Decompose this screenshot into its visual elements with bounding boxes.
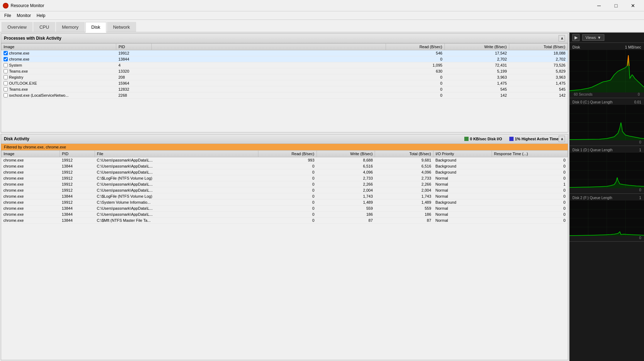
da-file: C:\Users\passmark\AppData\L... (95, 205, 258, 211)
proc-image: svchost.exe (LocalServiceNetwo... (9, 93, 69, 97)
minimize-button[interactable]: ─ (591, 0, 607, 11)
da-total: 1,743 (375, 193, 433, 199)
da-total: 186 (375, 211, 433, 218)
col-read[interactable]: Read (B/sec) (386, 44, 444, 50)
col-image[interactable]: Image (1, 44, 116, 50)
disk-activity-row[interactable]: chrome.exe 19912 C:\Users\passmark\AppDa… (1, 157, 568, 163)
proc-checkbox[interactable] (4, 51, 8, 55)
process-row[interactable]: Teams.exe 13320 630 5,199 5,829 (1, 68, 568, 74)
processes-collapse-btn[interactable]: ∧ (559, 35, 565, 41)
proc-checkbox[interactable] (4, 93, 8, 97)
da-col-read[interactable]: Read (B/sec) (258, 151, 317, 157)
da-col-total[interactable]: Total (B/sec) (375, 151, 433, 157)
menu-help[interactable]: Help (34, 12, 48, 19)
proc-write: 2,702 (444, 56, 509, 62)
processes-table-container[interactable]: Image PID Read (B/sec) Write (B/sec) Tot… (1, 43, 568, 132)
tab-disk[interactable]: Disk (85, 22, 106, 33)
proc-read: 0 (386, 86, 444, 92)
stat-io-dot (464, 137, 469, 141)
proc-image: System (9, 63, 22, 67)
proc-image-cell: Teams.exe (1, 68, 116, 74)
col-total[interactable]: Total (B/sec) (509, 44, 567, 50)
tab-cpu[interactable]: CPU (33, 22, 55, 32)
da-col-write[interactable]: Write (B/sec) (317, 151, 375, 157)
process-row[interactable]: chrome.exe 13844 0 2,702 2,702 (1, 56, 568, 62)
da-col-priority[interactable]: I/O Priority (433, 151, 492, 157)
da-pid: 19912 (60, 169, 95, 175)
da-col-file[interactable]: File (95, 151, 258, 157)
process-row[interactable]: Registry 208 0 3,963 3,963 (1, 74, 568, 80)
proc-checkbox[interactable] (4, 69, 8, 73)
disk-activity-row[interactable]: chrome.exe 19912 C:\System Volume Inform… (1, 199, 568, 205)
disk-activity-row[interactable]: chrome.exe 13844 C:\Users\passmark\AppDa… (1, 163, 568, 169)
da-priority: Background (433, 163, 492, 169)
da-response: 0 (492, 187, 567, 193)
proc-checkbox[interactable] (4, 75, 8, 79)
views-button[interactable]: Views ▼ (582, 34, 604, 41)
da-write: 2,004 (317, 187, 375, 193)
tab-overview[interactable]: Overview (1, 22, 33, 32)
disk0-label: Disk 0 (C:) Queue Length (572, 100, 612, 104)
da-pid: 19912 (60, 181, 95, 187)
da-response: 0 (492, 211, 567, 218)
proc-checkbox[interactable] (4, 81, 8, 85)
process-row[interactable]: Teams.exe 12832 0 545 545 (1, 86, 568, 92)
da-priority: Background (433, 157, 492, 163)
disk-activity-row[interactable]: chrome.exe 19912 C:\Users\passmark\AppDa… (1, 169, 568, 175)
da-pid: 13844 (60, 205, 95, 211)
da-read: 0 (258, 205, 317, 211)
disk2-graph-section: Disk 2 (F:) Queue Length 1 0 (570, 194, 644, 242)
disk-activity-row[interactable]: chrome.exe 19912 C:\Users\passmark\AppDa… (1, 181, 568, 187)
stat-active-label: 1% Highest Active Time (515, 137, 559, 141)
da-pid: 19912 (60, 157, 95, 163)
disk-activity-section: Disk Activity 0 KB/sec Disk I/O 1% Highe… (1, 134, 568, 360)
da-total: 1,489 (375, 199, 433, 205)
expand-button[interactable]: ▶ (572, 34, 579, 41)
tab-network[interactable]: Network (107, 22, 136, 32)
da-read: 0 (258, 211, 317, 218)
disk-activity-row[interactable]: chrome.exe 13844 C:\Users\passmark\AppDa… (1, 205, 568, 211)
disk-activity-row[interactable]: chrome.exe 13844 C:\Users\passmark\AppDa… (1, 211, 568, 218)
processes-table: Image PID Read (B/sec) Write (B/sec) Tot… (1, 43, 568, 98)
proc-pid: 19912 (116, 50, 151, 56)
maximize-button[interactable]: □ (608, 0, 624, 11)
da-col-pid[interactable]: PID (60, 151, 95, 157)
da-pid: 13844 (60, 193, 95, 199)
da-col-image[interactable]: Image (1, 151, 60, 157)
da-write: 1,743 (317, 193, 375, 199)
disk-activity-row[interactable]: chrome.exe 19912 C:\Users\passmark\AppDa… (1, 187, 568, 193)
disk-activity-row[interactable]: chrome.exe 13844 C:\$Mft (NTFS Master Fi… (1, 218, 568, 224)
menu-file[interactable]: File (1, 12, 14, 19)
da-pid: 13844 (60, 163, 95, 169)
proc-checkbox[interactable] (4, 57, 8, 61)
proc-checkbox[interactable] (4, 87, 8, 91)
process-row[interactable]: svchost.exe (LocalServiceNetwo... 2268 0… (1, 92, 568, 98)
da-file: C:\Users\passmark\AppData\L... (95, 187, 258, 193)
proc-spacer (151, 80, 386, 86)
disk-activity-collapse-btn[interactable]: ∧ (559, 136, 565, 142)
process-row[interactable]: chrome.exe 19912 546 17,542 18,088 (1, 50, 568, 56)
process-row[interactable]: OUTLOOK.EXE 15964 0 1,475 1,475 (1, 80, 568, 86)
processes-section: Processes with Disk Activity ∧ Image PID… (1, 33, 568, 132)
da-pid: 19912 (60, 175, 95, 181)
da-priority: Normal (433, 218, 492, 224)
disk0-graph-canvas (570, 105, 644, 140)
da-response: 0 (492, 199, 567, 205)
disk-activity-table-container[interactable]: Image PID File Read (B/sec) Write (B/sec… (1, 150, 568, 360)
proc-image-cell: System (1, 62, 116, 68)
disk-activity-row[interactable]: chrome.exe 13844 C:\$LogFile (NTFS Volum… (1, 193, 568, 199)
process-row[interactable]: System 4 1,095 72,431 73,526 (1, 62, 568, 68)
disk1-graph-section: Disk 1 (D:) Queue Length 1 0 (570, 146, 644, 194)
menu-monitor[interactable]: Monitor (14, 12, 34, 19)
close-button[interactable]: ✕ (625, 0, 641, 11)
col-pid[interactable]: PID (116, 44, 151, 50)
da-col-response[interactable]: Response Time (...) (492, 151, 567, 157)
proc-checkbox[interactable] (4, 63, 8, 67)
disk-activity-header: Disk Activity 0 KB/sec Disk I/O 1% Highe… (1, 134, 568, 144)
proc-spacer (151, 74, 386, 80)
tab-memory[interactable]: Memory (56, 22, 85, 32)
da-priority: Normal (433, 211, 492, 218)
proc-write: 5,199 (444, 68, 509, 74)
col-write[interactable]: Write (B/sec) (444, 44, 509, 50)
disk-activity-row[interactable]: chrome.exe 19912 C:\$LogFile (NTFS Volum… (1, 175, 568, 181)
